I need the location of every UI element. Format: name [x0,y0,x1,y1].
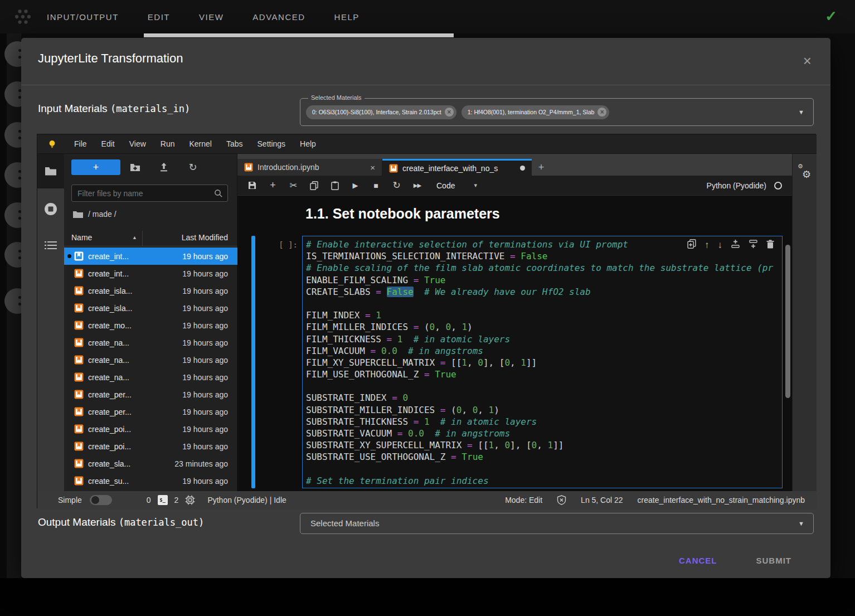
running-kernels-tab[interactable] [37,202,64,216]
filebrowser-tab[interactable] [37,154,64,188]
table-of-contents-tab[interactable] [37,241,64,251]
jl-menu-help[interactable]: Help [293,139,323,148]
cancel-button[interactable]: CANCEL [672,550,724,571]
menu-view[interactable]: VIEW [199,12,224,22]
notebook-file-icon [74,251,84,261]
output-dropdown-icon[interactable]: ▼ [798,520,804,527]
insert-cell-above-icon[interactable] [731,239,740,250]
code-cell-editor[interactable]: # Enable interactive selection of termin… [302,236,783,488]
list-icon [45,241,57,251]
material-chip[interactable]: 0: O6Si3(100)-Si8(100), Interface, Strai… [306,105,456,119]
file-name: create_su... [88,477,129,486]
chip-remove-icon[interactable]: × [597,108,606,117]
code-line: IS_TERMINATIONS_SELECTION_INTERACTIVE = … [306,250,782,262]
jl-menu-run[interactable]: Run [153,139,182,148]
kernel-name[interactable]: Python (Pyodide) [707,181,766,190]
material-chip[interactable]: 1: Hf4O8(001), termination O2_P4/mmm_1, … [461,105,610,119]
menu-input-output[interactable]: INPUT/OUTPUT [47,12,119,22]
output-materials-select[interactable]: Selected Materials ▼ [300,513,814,534]
duplicate-cell-icon[interactable] [687,239,696,250]
file-row[interactable]: create_per...19 hours ago [64,403,237,420]
breadcrumb[interactable]: / made / [73,210,116,219]
kernel-status-text[interactable]: Python (Pyodide) | Idle [207,496,286,505]
new-launcher-button[interactable]: + [71,159,120,175]
jl-menu-file[interactable]: File [67,139,94,148]
file-row[interactable]: create_per...19 hours ago [64,386,237,403]
notebook-file-icon [74,372,84,382]
kernel-status-icon[interactable] [774,182,782,190]
file-name: create_per... [88,390,132,399]
copy-cells-button[interactable] [304,181,324,190]
insert-cell-below-icon[interactable] [749,239,758,250]
delete-cell-icon[interactable] [766,240,774,250]
jl-menu-kernel[interactable]: Kernel [182,139,218,148]
notebook-file-icon [74,303,84,313]
paste-cells-button[interactable] [324,181,345,190]
cell-type-select[interactable]: Code [436,181,455,190]
notebook-file-icon [74,286,84,295]
search-icon [214,189,223,198]
kernel-count[interactable]: 2 [174,496,179,505]
dialog-close-icon[interactable]: × [803,54,812,68]
file-row[interactable]: create_poi...19 hours ago [64,420,237,438]
refresh-button[interactable]: ↻ [178,162,207,172]
tab-introduction[interactable]: Introduction.ipynb × [237,159,382,176]
interrupt-kernel-button[interactable]: ■ [366,181,386,190]
lightbulb-icon[interactable] [47,139,57,149]
input-materials-text: Input Materials [38,103,110,114]
file-row[interactable]: create_mo...19 hours ago [64,317,237,334]
tab-create-interface[interactable]: create_interface_with_no_s [382,159,532,176]
file-filter[interactable] [71,185,228,202]
add-tab-button[interactable]: + [532,159,551,176]
run-all-button[interactable]: ▶▶ [407,182,428,188]
cut-cells-button[interactable]: ✂ [283,180,304,191]
file-filter-input[interactable] [72,189,214,198]
file-row[interactable]: create_na...19 hours ago [64,334,237,351]
file-modified: 19 hours ago [182,269,228,278]
property-inspector-tab[interactable]: ⚙ ⚙ [798,164,814,181]
simple-mode-toggle[interactable] [90,495,112,505]
column-last-modified[interactable]: Last Modified [182,233,228,242]
file-row[interactable]: create_na...19 hours ago [64,368,237,386]
file-row[interactable]: create_na...19 hours ago [64,351,237,368]
jl-menu-tabs[interactable]: Tabs [219,139,250,148]
column-name[interactable]: Name [71,233,92,242]
insert-cell-button[interactable]: + [263,180,283,191]
restart-kernel-button[interactable]: ↻ [386,180,407,191]
notebook-toolbar: + ✂ ▶ ■ [237,176,792,196]
move-cell-up-icon[interactable]: ↑ [705,240,710,250]
jl-menu-edit[interactable]: Edit [94,139,122,148]
run-cell-button[interactable]: ▶ [345,181,366,190]
editor-mode[interactable]: Mode: Edit [505,496,542,505]
cell-type-dropdown-icon[interactable]: ▾ [474,182,477,189]
tab-close-icon[interactable]: × [370,163,375,172]
unsaved-dot-icon[interactable] [520,166,525,171]
file-row[interactable]: create_int...19 hours ago [64,265,237,282]
move-cell-down-icon[interactable]: ↓ [718,240,723,250]
menu-advanced[interactable]: ADVANCED [252,12,305,22]
file-row[interactable]: create_poi...19 hours ago [64,438,237,455]
upload-button[interactable] [149,163,178,172]
jl-menu-view[interactable]: View [122,139,153,148]
notebook-scrollbar[interactable] [785,245,790,398]
menu-edit[interactable]: EDIT [148,12,170,22]
materials-dropdown-icon[interactable]: ▼ [798,109,804,115]
file-row[interactable]: create_sla...23 minutes ago [64,455,237,472]
chip-remove-icon[interactable]: × [445,108,454,117]
menu-help[interactable]: HELP [334,12,360,22]
save-button[interactable] [242,181,263,190]
selected-materials-fieldset[interactable]: Selected Materials 0: O6Si3(100)-Si8(100… [300,98,814,126]
file-row[interactable]: create_isla...19 hours ago [64,282,237,299]
file-row[interactable]: create_int...19 hours ago [64,248,237,265]
jl-menu-settings[interactable]: Settings [250,139,293,148]
file-row[interactable]: create_su...19 hours ago [64,472,237,489]
terminal-count[interactable]: 0 [147,496,151,505]
code-line [306,298,782,309]
trust-shield-icon[interactable] [557,495,566,505]
submit-button[interactable]: SUBMIT [750,550,799,571]
file-row[interactable]: create_isla...19 hours ago [64,299,237,317]
new-folder-button[interactable] [120,163,149,172]
cell-collapser[interactable] [251,236,255,488]
jupyter-sidebar-strip [37,154,64,491]
cursor-position[interactable]: Ln 5, Col 22 [581,496,623,505]
